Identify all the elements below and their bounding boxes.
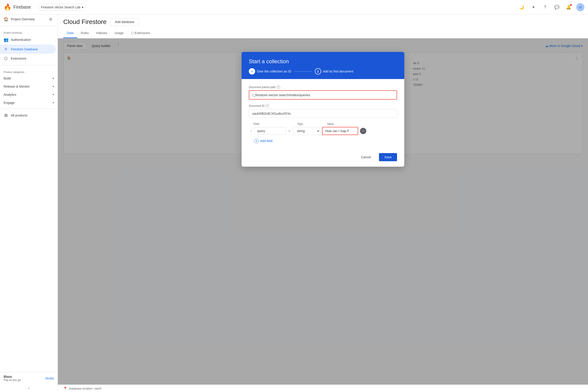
field-row-decoration: [249, 128, 253, 134]
modal-header: Start a collection ✓ Give the collection…: [241, 52, 404, 79]
sidebar-category-build[interactable]: Build ▾: [0, 74, 58, 82]
page-header-top: Cloud Firestore Add database: [63, 18, 582, 26]
step-1-label: Give the collection an ID: [257, 70, 291, 73]
plan-name: Blaze: [4, 375, 21, 378]
field-row: = string number boolean map array null t…: [249, 127, 397, 135]
doc-path-help-icon[interactable]: ?: [276, 85, 280, 89]
value-col-header: Value: [327, 122, 363, 126]
dot-bottom: [251, 132, 251, 134]
sparkle-icon[interactable]: ✦: [529, 3, 537, 11]
modify-button[interactable]: Modify: [46, 377, 54, 380]
blaze-info: Blaze Pay as you go: [4, 375, 21, 382]
header-tabs: Data Rules Indexes Usage ⬡ Extensions: [63, 28, 582, 38]
field-headers: Field Type Value: [249, 122, 397, 126]
field-inputs: = string number boolean map array null t…: [254, 127, 366, 135]
doc-id-help-icon[interactable]: ?: [265, 104, 269, 108]
notification-icon[interactable]: 🔔: [564, 3, 573, 11]
page-title: Cloud Firestore: [63, 18, 106, 26]
doc-id-input[interactable]: [249, 109, 397, 118]
dot-top: [251, 128, 251, 130]
field-row-container: = string number boolean map array null t…: [249, 127, 397, 135]
dropdown-icon: ▾: [82, 6, 83, 9]
sidebar-item-extensions[interactable]: ⬡ Extensions: [0, 54, 56, 63]
modal-title: Start a collection: [249, 58, 397, 64]
page-header: Cloud Firestore Add database Data Rules …: [58, 14, 588, 38]
home-icon: 🏠: [4, 17, 8, 22]
tab-data[interactable]: Data: [63, 28, 77, 38]
location-text: Database location: nam5: [69, 387, 102, 390]
project-name: Firestore Vector Search Lab: [41, 6, 81, 9]
sidebar-divider-2: [0, 65, 58, 65]
tab-indexes[interactable]: Indexes: [92, 28, 111, 38]
analytics-label: Analytics: [4, 93, 16, 96]
chat-icon[interactable]: 💬: [553, 3, 561, 11]
sidebar-category-analytics[interactable]: Analytics ▾: [0, 90, 58, 99]
sidebar: 🏠 Project Overview ⚙ Project shortcuts 👥…: [0, 14, 58, 392]
collapse-sidebar-button[interactable]: ‹: [0, 384, 58, 392]
modal-steps: ✓ Give the collection an ID 2 Add its fi…: [249, 68, 397, 74]
main-layout: 🏠 Project Overview ⚙ Project shortcuts 👥…: [0, 14, 588, 392]
extensions-icon: ⬡: [4, 56, 8, 61]
save-button[interactable]: Save: [379, 153, 397, 161]
step-2-label: Add its first document: [323, 70, 354, 73]
field-value-input[interactable]: [322, 127, 358, 135]
cancel-button[interactable]: Cancel: [356, 153, 376, 161]
main-content: Panel view Query builder ⋮ ☁ More in Goo…: [58, 38, 588, 384]
spacer: [288, 122, 295, 126]
step-1: ✓ Give the collection an ID: [249, 68, 291, 74]
settings-icon[interactable]: ⚙: [49, 17, 52, 22]
firestore-icon: ≡: [4, 47, 8, 52]
all-products-label: All products: [11, 114, 27, 117]
sidebar-item-all-products[interactable]: ⊞ All products: [0, 111, 56, 120]
modal-footer: Cancel Save: [241, 150, 404, 167]
type-col-header: Type: [297, 122, 324, 126]
step-1-circle: ✓: [249, 68, 255, 74]
engage-label: Engage: [4, 101, 15, 104]
remove-field-button[interactable]: −: [360, 128, 366, 134]
type-select[interactable]: string number boolean map array null tim…: [293, 127, 320, 135]
doc-id-group: Document ID ?: [249, 104, 397, 118]
engage-chevron: ▾: [53, 101, 54, 104]
release-label: Release & Monitor: [4, 85, 30, 88]
help-icon[interactable]: ?: [541, 3, 549, 11]
product-categories-label: Product categories: [0, 67, 58, 74]
notification-badge: [570, 4, 572, 6]
field-name-input[interactable]: [254, 127, 286, 135]
modal-body: Document parent path ? Document ID ?: [241, 79, 404, 150]
equals-sign: =: [288, 129, 291, 133]
tab-extensions[interactable]: ⬡ Extensions: [127, 28, 154, 38]
release-chevron: ▾: [53, 85, 54, 88]
doc-parent-path-label: Document parent path ?: [249, 85, 397, 89]
blaze-plan: Blaze Pay as you go Modify: [4, 375, 54, 382]
firebase-logo: 🔥 Firebase: [4, 4, 31, 11]
add-field-row[interactable]: + Add field: [249, 139, 397, 143]
extensions-tab-label: Extensions: [135, 31, 150, 35]
modal-overlay: Start a collection ✓ Give the collection…: [58, 38, 588, 384]
doc-parent-path-input[interactable]: [249, 90, 397, 100]
sidebar-category-engage[interactable]: Engage ▾: [0, 99, 58, 107]
grid-icon: ⊞: [4, 113, 8, 118]
analytics-chevron: ▾: [53, 93, 54, 96]
authentication-label: Authentication: [11, 38, 31, 42]
sidebar-item-firestore[interactable]: ≡ Firestore Database: [0, 44, 56, 54]
firestore-label: Firestore Database: [11, 48, 38, 51]
location-icon: 📍: [63, 386, 67, 390]
sidebar-divider-1: [0, 26, 58, 26]
tab-usage[interactable]: Usage: [111, 28, 127, 38]
doc-parent-path-group: Document parent path ?: [249, 85, 397, 100]
sidebar-item-project-overview[interactable]: 🏠 Project Overview ⚙: [0, 14, 56, 24]
dark-mode-icon[interactable]: 🌙: [517, 3, 526, 11]
project-selector[interactable]: Firestore Vector Search Lab ▾: [38, 4, 86, 10]
build-chevron: ▾: [53, 77, 54, 80]
header-icons: 🌙 ✦ ? 💬 🔔 U: [517, 3, 584, 11]
step-2-circle: 2: [315, 68, 321, 74]
collapse-icon: ‹: [28, 386, 29, 390]
doc-id-label: Document ID ?: [249, 104, 397, 108]
build-label: Build: [4, 76, 11, 80]
avatar[interactable]: U: [576, 3, 584, 11]
tab-rules[interactable]: Rules: [77, 28, 93, 38]
plan-sub: Pay as you go: [4, 378, 21, 382]
sidebar-item-authentication[interactable]: 👥 Authentication: [0, 35, 56, 44]
sidebar-category-release[interactable]: Release & Monitor ▾: [0, 82, 58, 90]
add-database-button[interactable]: Add database: [110, 18, 139, 26]
